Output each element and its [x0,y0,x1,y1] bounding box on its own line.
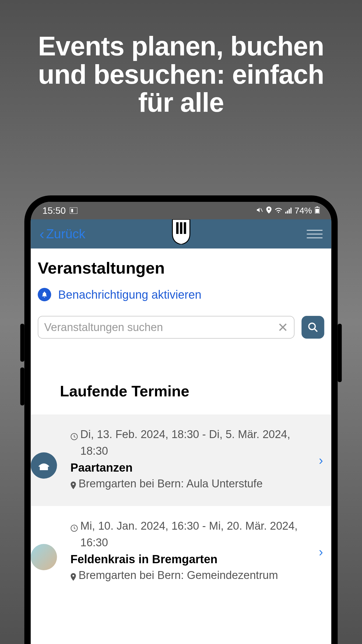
event-item[interactable]: Di, 13. Feb. 2024, 18:30 - Di, 5. Mär. 2… [31,414,331,506]
pin-icon [71,478,76,494]
svg-rect-10 [176,222,178,234]
content: Veranstaltungen Benachrichtigung aktivie… [31,249,331,644]
phone-button [338,324,342,382]
chevron-left-icon: ‹ [40,225,45,242]
back-label: Zurück [46,227,85,241]
enable-notification-button[interactable]: Benachrichtigung aktivieren [31,283,331,310]
svg-rect-4 [287,211,288,214]
back-button[interactable]: ‹ Zurück [40,225,85,242]
status-app-icon [70,205,78,216]
search-icon [307,322,319,333]
svg-rect-11 [180,222,182,234]
phone-frame: 15:50 74% [24,195,338,644]
svg-rect-3 [285,212,286,214]
phone-button [20,368,24,405]
svg-rect-5 [289,209,290,214]
search-input[interactable] [44,321,277,334]
pin-icon [71,569,76,586]
wifi-icon [275,206,282,216]
search-box: ✕ [38,316,295,339]
clock-icon [71,520,78,537]
event-title: Paartanzen [71,461,310,474]
svg-line-2 [261,208,262,212]
event-date: Di, 13. Feb. 2024, 18:30 - Di, 5. Mär. 2… [80,426,310,459]
svg-line-14 [315,329,317,332]
search-button[interactable] [302,316,324,339]
svg-rect-9 [316,209,319,213]
battery-icon [315,206,320,216]
svg-rect-1 [71,209,73,212]
mute-icon [256,206,263,216]
event-location: Bremgarten bei Bern: Gemeindezentrum [79,567,278,584]
phone-button [20,324,24,362]
svg-rect-12 [184,222,186,234]
tent-icon [31,452,57,479]
section-title: Laufende Termine [31,350,331,414]
notification-label: Benachrichtigung aktivieren [58,288,201,301]
promo-title: Events planen, buchen und besuchen: einf… [0,0,362,117]
app-logo [171,219,191,246]
battery-text: 74% [294,206,312,216]
clear-search-button[interactable]: ✕ [277,320,288,335]
signal-icon [285,206,291,216]
app-header: ‹ Zurück [31,219,331,249]
event-thumbnail [31,544,57,570]
svg-rect-6 [290,208,291,214]
location-icon [266,206,272,216]
status-bar: 15:50 74% [31,202,331,219]
page-title: Veranstaltungen [31,249,331,283]
svg-point-13 [309,323,315,330]
event-location: Bremgarten bei Bern: Aula Unterstufe [79,475,263,492]
chevron-right-icon: › [314,545,323,559]
clock-icon [71,428,78,445]
event-title: Feldenkrais in Bremgarten [71,553,310,566]
menu-button[interactable] [307,230,323,238]
event-date: Mi, 10. Jan. 2024, 16:30 - Mi, 20. Mär. … [80,518,310,551]
status-time: 15:50 [43,205,66,216]
screen: 15:50 74% [31,202,331,644]
svg-rect-0 [70,207,78,214]
chevron-right-icon: › [314,453,323,468]
bell-icon [38,288,51,301]
event-item[interactable]: Mi, 10. Jan. 2024, 16:30 - Mi, 20. Mär. … [31,506,331,598]
